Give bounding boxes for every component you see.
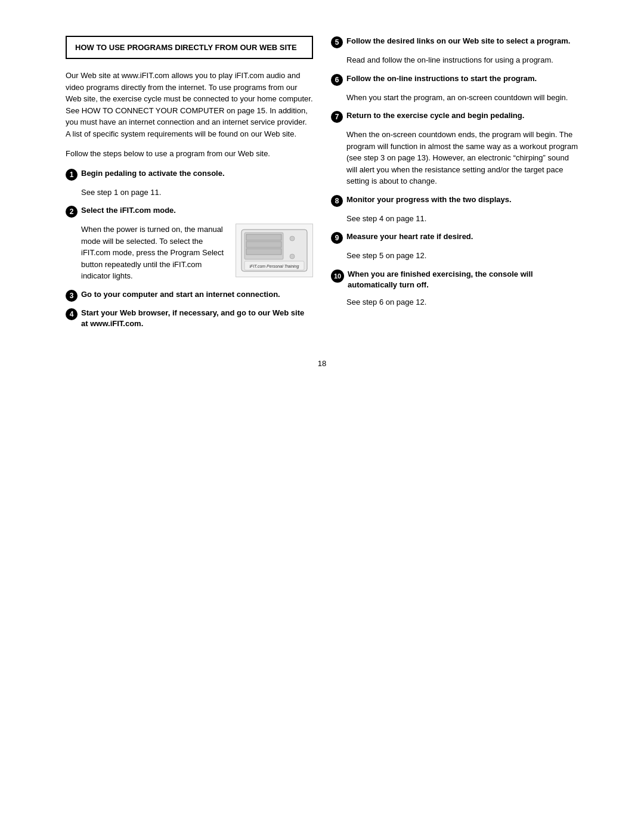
svg-point-5 bbox=[290, 236, 295, 241]
step-2-label: Select the iFIT.com mode. bbox=[81, 205, 176, 216]
step-6-label: Follow the on-line instructions to start… bbox=[346, 73, 537, 84]
svg-rect-4 bbox=[246, 249, 281, 255]
step-5-header: 5 Follow the desired links on our Web si… bbox=[331, 36, 578, 48]
console-image: iFIT.com Personal Training bbox=[236, 224, 313, 277]
step-2-content: When the power is turned on, the manual … bbox=[81, 224, 313, 282]
step-5-body: Read and follow the on-line instructions… bbox=[346, 54, 578, 66]
step-1-header: 1 Begin pedaling to activate the console… bbox=[66, 168, 313, 181]
step-7-body: When the on-screen countdown ends, the p… bbox=[346, 129, 578, 187]
step-5-number: 5 bbox=[331, 36, 343, 48]
step-10-header: 10 When you are finished exercising, the… bbox=[331, 269, 578, 290]
right-column: 5 Follow the desired links on our Web si… bbox=[331, 36, 578, 335]
step-4-label: Start your Web browser, if necessary, an… bbox=[81, 308, 313, 329]
step-3-label: Go to your computer and start an interne… bbox=[81, 289, 280, 300]
step-2-header: 2 Select the iFIT.com mode. bbox=[66, 205, 313, 218]
step-6-header: 6 Follow the on-line instructions to sta… bbox=[331, 73, 578, 86]
step-1-number: 1 bbox=[66, 169, 78, 181]
step-7-label: Return to the exercise cycle and begin p… bbox=[346, 110, 524, 121]
svg-point-6 bbox=[290, 254, 295, 259]
step-2-text: When the power is turned on, the manual … bbox=[81, 224, 230, 282]
two-column-layout: HOW TO USE PROGRAMS DIRECTLY FROM OUR WE… bbox=[66, 36, 578, 335]
step-9-number: 9 bbox=[331, 232, 343, 244]
step-9-label: Measure your heart rate if desired. bbox=[346, 231, 473, 242]
step-10-label: When you are finished exercising, the co… bbox=[348, 269, 578, 290]
page-number: 18 bbox=[66, 359, 578, 368]
svg-text:iFIT.com Personal Training: iFIT.com Personal Training bbox=[250, 264, 299, 269]
step-3-header: 3 Go to your computer and start an inter… bbox=[66, 289, 313, 302]
step-8-header: 8 Monitor your progress with the two dis… bbox=[331, 194, 578, 207]
step-7-header: 7 Return to the exercise cycle and begin… bbox=[331, 110, 578, 123]
step-6-number: 6 bbox=[331, 74, 343, 86]
step-1-body: See step 1 on page 11. bbox=[81, 187, 313, 199]
step-9-body: See step 5 on page 12. bbox=[346, 250, 578, 262]
step-9-header: 9 Measure your heart rate if desired. bbox=[331, 231, 578, 244]
step-5-label: Follow the desired links on our Web site… bbox=[346, 36, 570, 47]
step-4-header: 4 Start your Web browser, if necessary, … bbox=[66, 308, 313, 329]
step-3-number: 3 bbox=[66, 290, 78, 302]
intro-paragraph-2: Follow the steps below to use a program … bbox=[66, 148, 313, 160]
page: HOW TO USE PROGRAMS DIRECTLY FROM OUR WE… bbox=[54, 24, 590, 380]
left-column: HOW TO USE PROGRAMS DIRECTLY FROM OUR WE… bbox=[66, 36, 313, 335]
svg-rect-3 bbox=[246, 241, 281, 247]
intro-paragraph-1: Our Web site at www.iFIT.com allows you … bbox=[66, 70, 313, 140]
step-10-number: 10 bbox=[331, 270, 344, 283]
step-8-body: See step 4 on page 11. bbox=[346, 213, 578, 225]
svg-rect-2 bbox=[246, 234, 281, 240]
step-8-number: 8 bbox=[331, 195, 343, 207]
step-7-number: 7 bbox=[331, 111, 343, 123]
step-10-body: See step 6 on page 12. bbox=[346, 296, 578, 308]
step-2-number: 2 bbox=[66, 206, 78, 218]
section-header-box: HOW TO USE PROGRAMS DIRECTLY FROM OUR WE… bbox=[66, 36, 313, 59]
step-8-label: Monitor your progress with the two displ… bbox=[346, 194, 512, 205]
step-6-body: When you start the program, an on-screen… bbox=[346, 92, 578, 104]
step-1-label: Begin pedaling to activate the console. bbox=[81, 168, 225, 179]
step-4-number: 4 bbox=[66, 308, 78, 320]
section-header-title: HOW TO USE PROGRAMS DIRECTLY FROM OUR WE… bbox=[75, 43, 304, 52]
